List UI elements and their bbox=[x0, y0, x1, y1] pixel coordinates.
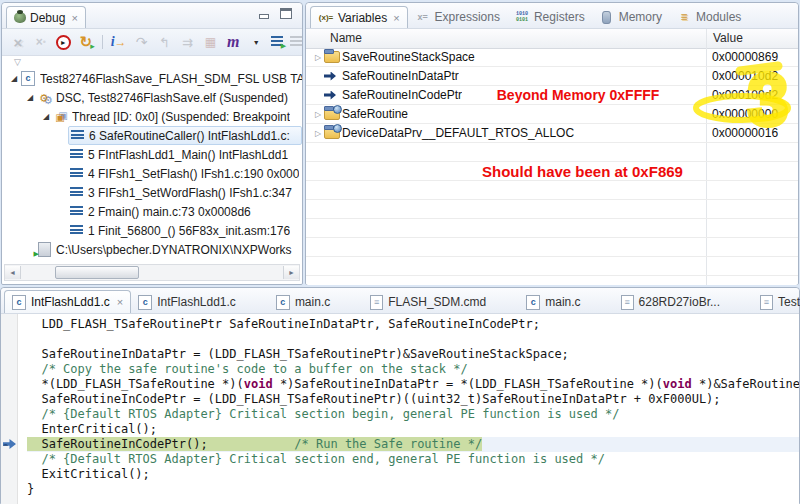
close-icon[interactable]: × bbox=[117, 297, 123, 307]
c-file-icon bbox=[138, 295, 152, 310]
variable-row[interactable]: ▷SaveRoutineStackSpace0x00000869 bbox=[306, 48, 798, 67]
variable-row[interactable]: SafeRoutineInCodePtrBeyond Memory 0xFFFF… bbox=[306, 86, 798, 105]
variable-name: SafeRoutineInCodePtr bbox=[342, 88, 462, 102]
tab-variables[interactable]: Variables× bbox=[310, 6, 408, 28]
remove-all-terminated-icon bbox=[10, 35, 26, 50]
tree-row[interactable]: ◢Thread [ID: 0x0] (Suspended: Breakpoint bbox=[2, 107, 302, 126]
tree-row[interactable]: 1 Finit_56800_() 56F83x_init.asm:176 bbox=[2, 221, 302, 240]
collapse-stack-icon[interactable] bbox=[271, 36, 283, 48]
pointer-icon bbox=[324, 72, 336, 81]
variables-view: Variables×ExpressionsRegistersMemoryModu… bbox=[305, 2, 799, 285]
c-file-icon bbox=[12, 295, 26, 310]
twistie-icon[interactable]: ◢ bbox=[8, 74, 20, 83]
variables-rows: ▷SaveRoutineStackSpace0x00000869SafeRout… bbox=[306, 48, 798, 276]
tree-row[interactable]: 5 FIntFlashLdd1_Main() IntFlashLdd1 bbox=[2, 145, 302, 164]
structure-icon bbox=[324, 108, 340, 120]
empty-row bbox=[306, 181, 798, 200]
c-file-icon bbox=[526, 295, 540, 310]
tab-memory[interactable]: Memory bbox=[592, 6, 669, 28]
editor-tab-flash-sdm-cmd[interactable]: FLASH_SDM.cmd bbox=[363, 291, 493, 313]
tab-debug[interactable]: Debug × bbox=[6, 6, 86, 28]
tree-row[interactable]: ◢DSC, Test82746FlashSave.elf (Suspended) bbox=[2, 88, 302, 107]
variable-type-icon bbox=[324, 91, 342, 100]
variable-row[interactable]: SafeRoutineInDataPtr0x000010d2 bbox=[306, 67, 798, 86]
tree-node-icon bbox=[68, 206, 84, 217]
tree-row[interactable]: 6 SafeRoutineCaller() IntFlashLdd1.c: bbox=[2, 126, 302, 145]
restart-icon[interactable] bbox=[78, 35, 94, 50]
twistie-icon[interactable]: ▷ bbox=[312, 129, 324, 138]
tree-row[interactable]: 4 FIFsh1_SetFlash() IFsh1.c:190 0x000 bbox=[2, 164, 302, 183]
syntax-segment: SafeRoutineInCodePtr = (LDD_FLASH_TSafeR… bbox=[27, 392, 721, 406]
dropdown-arrow-icon[interactable] bbox=[248, 35, 264, 50]
editor-tab-628rd27iobr[interactable]: 628RD27ioBr... bbox=[614, 291, 727, 313]
editor-tab-intflashldd1-2[interactable]: IntFlashLdd1.c bbox=[131, 291, 243, 313]
editor-tab-main-1[interactable]: main.c bbox=[269, 291, 337, 313]
gears-icon bbox=[39, 91, 49, 105]
code-line: SafeRoutineInCodePtr = (LDD_FLASH_TSafeR… bbox=[27, 392, 799, 407]
tree-node-label: 2 Fmain() main.c:73 0x0008d6 bbox=[88, 205, 251, 219]
scroll-right-arrow[interactable]: ► bbox=[283, 266, 299, 279]
code-line bbox=[27, 332, 799, 347]
twistie-icon[interactable]: ▷ bbox=[312, 53, 324, 62]
tree-node-label: DSC, Test82746FlashSave.elf (Suspended) bbox=[56, 91, 288, 105]
maximize-button[interactable] bbox=[280, 8, 292, 19]
tree-row[interactable]: 3 FIFsh1_SetWordFlash() IFsh1.c:347 bbox=[2, 183, 302, 202]
column-header-value[interactable]: Value bbox=[713, 31, 743, 45]
editor-tab-intflashldd1-2-label: IntFlashLdd1.c bbox=[157, 295, 236, 309]
tree-node-icon bbox=[36, 242, 52, 257]
horizontal-scrollbar[interactable]: ◄ ► bbox=[4, 264, 300, 281]
step-into-icon[interactable] bbox=[111, 35, 127, 50]
tree-row[interactable]: ◢Test82746FlashSave_FLASH_SDM_FSL USB TA… bbox=[2, 69, 302, 88]
tab-modules-label: Modules bbox=[696, 10, 741, 24]
editor-area: IntFlashLdd1.c×IntFlashLdd1.cmain.cFLASH… bbox=[0, 287, 800, 504]
tab-expressions[interactable]: Expressions bbox=[408, 6, 507, 28]
variable-name: SafeRoutineInDataPtr bbox=[342, 69, 459, 83]
tree-node-label: Test82746FlashSave_FLASH_SDM_FSL USB TAP bbox=[40, 72, 302, 86]
twistie-icon[interactable]: ◢ bbox=[40, 112, 52, 121]
editor-tab-main-2[interactable]: main.c bbox=[519, 291, 587, 313]
chevron-down-icon[interactable]: ▽ bbox=[14, 57, 21, 67]
close-icon[interactable]: × bbox=[393, 13, 399, 23]
variable-type-icon bbox=[324, 51, 342, 63]
mixed-mode-icon[interactable] bbox=[225, 35, 241, 50]
code-line: } bbox=[27, 482, 799, 497]
text-file-icon bbox=[760, 295, 773, 310]
syntax-segment: SafeRoutineInDataPtr = (LDD_FLASH_TSafeR… bbox=[27, 347, 569, 361]
tree-node-icon bbox=[69, 130, 85, 141]
tree-node-label: 1 Finit_56800_() 56F83x_init.asm:176 bbox=[88, 224, 290, 238]
mods-icon bbox=[676, 10, 692, 24]
code-line: SafeRoutineInCodePtr(); /* Run the Safe … bbox=[27, 437, 799, 452]
structure-icon bbox=[324, 127, 340, 139]
variable-row[interactable]: ▷DeviceDataPrv__DEFAULT_RTOS_ALLOC0x0000… bbox=[306, 124, 798, 143]
editor-tab-test82746fl[interactable]: Test82746Fl... bbox=[753, 291, 800, 313]
variable-row[interactable]: ▷SafeRoutine0x00000000 bbox=[306, 105, 798, 124]
variable-value: 0x00000000 bbox=[704, 107, 798, 121]
syntax-segment: *)&SafeRoutine; bbox=[692, 377, 799, 391]
resume-icon[interactable] bbox=[56, 35, 71, 50]
tab-modules[interactable]: Modules bbox=[669, 6, 748, 28]
syntax-segment: /* Copy the safe routine's code to a buf… bbox=[27, 362, 468, 376]
code-editor[interactable]: LDD_FLASH_TSafeRoutinePtr SafeRoutineInD… bbox=[18, 314, 799, 504]
debug-toolbar bbox=[2, 29, 302, 56]
empty-row bbox=[306, 143, 798, 162]
tree-row[interactable]: C:\Users\pbecher.DYNATRONIX\NXPWorks bbox=[2, 240, 302, 259]
close-icon[interactable]: × bbox=[71, 13, 77, 23]
syntax-segment: /* Run the Safe routine */ bbox=[294, 437, 482, 451]
tab-expressions-label: Expressions bbox=[435, 10, 500, 24]
twistie-icon[interactable]: ▷ bbox=[312, 110, 324, 119]
annotation-should-have-been: Should have been at 0xF869 bbox=[482, 163, 683, 180]
scrollbar-thumb[interactable] bbox=[55, 266, 139, 279]
code-line: /* {Default RTOS Adapter} Critical secti… bbox=[27, 407, 799, 422]
tab-registers[interactable]: Registers bbox=[507, 6, 592, 28]
twistie-icon[interactable]: ◢ bbox=[24, 93, 36, 102]
editor-body: LDD_FLASH_TSafeRoutinePtr SafeRoutineInD… bbox=[1, 314, 799, 504]
minimize-button[interactable] bbox=[258, 8, 270, 19]
tab-variables-label: Variables bbox=[338, 11, 387, 25]
variable-name: SafeRoutine bbox=[342, 107, 408, 121]
scroll-left-arrow[interactable]: ◄ bbox=[5, 266, 21, 279]
column-header-name[interactable]: Name bbox=[330, 31, 362, 45]
editor-tab-intflashldd1-1[interactable]: IntFlashLdd1.c× bbox=[4, 290, 131, 313]
tree-row[interactable]: 2 Fmain() main.c:73 0x0008d6 bbox=[2, 202, 302, 221]
frame-icon bbox=[71, 130, 84, 141]
tree-node-icon bbox=[68, 149, 84, 160]
